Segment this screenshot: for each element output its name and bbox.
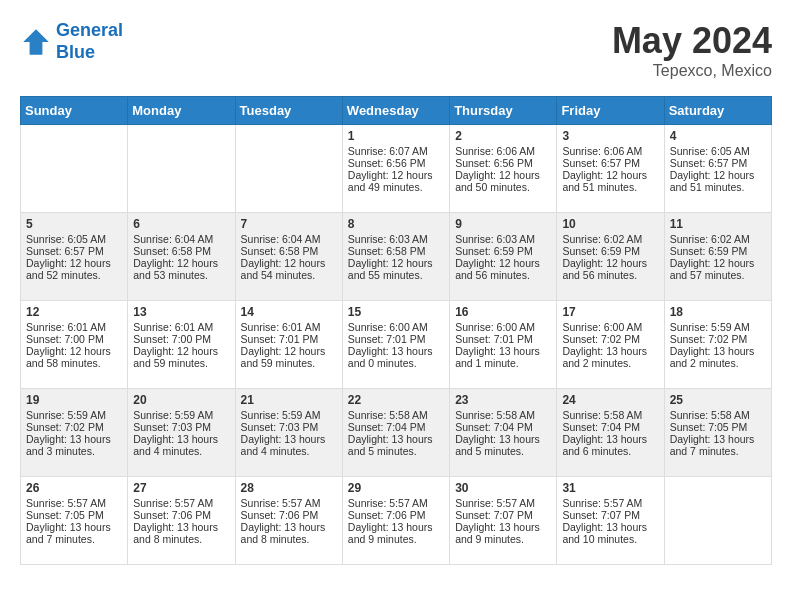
cell-text-line: Daylight: 13 hours <box>348 521 444 533</box>
cell-text-line: Daylight: 13 hours <box>562 521 658 533</box>
day-number: 1 <box>348 129 444 143</box>
cell-text-line: Sunset: 6:57 PM <box>670 157 766 169</box>
cell-text-line: Daylight: 12 hours <box>133 257 229 269</box>
day-number: 18 <box>670 305 766 319</box>
cell-text-line: Sunrise: 5:57 AM <box>562 497 658 509</box>
cell-text-line: Sunset: 6:58 PM <box>133 245 229 257</box>
day-number: 14 <box>241 305 337 319</box>
cell-text-line: Daylight: 13 hours <box>562 345 658 357</box>
cell-text-line: Sunrise: 5:59 AM <box>670 321 766 333</box>
cell-text-line: Sunset: 7:02 PM <box>670 333 766 345</box>
cell-text-line: Sunset: 7:04 PM <box>562 421 658 433</box>
cell-text-line: and 4 minutes. <box>241 445 337 457</box>
cell-text-line: Sunrise: 6:01 AM <box>241 321 337 333</box>
cell-text-line: Sunset: 7:07 PM <box>455 509 551 521</box>
cell-text-line: Daylight: 13 hours <box>455 345 551 357</box>
cell-text-line: Daylight: 12 hours <box>562 257 658 269</box>
day-number: 5 <box>26 217 122 231</box>
cell-text-line: and 51 minutes. <box>562 181 658 193</box>
day-number: 15 <box>348 305 444 319</box>
cell-text-line: and 7 minutes. <box>670 445 766 457</box>
cell-text-line: and 2 minutes. <box>670 357 766 369</box>
cell-text-line: Sunset: 6:57 PM <box>562 157 658 169</box>
calendar-cell <box>235 125 342 213</box>
cell-text-line: and 54 minutes. <box>241 269 337 281</box>
day-of-week-header: Wednesday <box>342 97 449 125</box>
calendar-cell: 6Sunrise: 6:04 AMSunset: 6:58 PMDaylight… <box>128 213 235 301</box>
cell-text-line: and 6 minutes. <box>562 445 658 457</box>
cell-text-line: Daylight: 13 hours <box>133 433 229 445</box>
cell-text-line: and 3 minutes. <box>26 445 122 457</box>
cell-text-line: Sunset: 7:05 PM <box>670 421 766 433</box>
calendar-cell: 31Sunrise: 5:57 AMSunset: 7:07 PMDayligh… <box>557 477 664 565</box>
cell-text-line: Sunrise: 5:57 AM <box>455 497 551 509</box>
cell-text-line: Sunrise: 6:05 AM <box>670 145 766 157</box>
cell-text-line: Sunrise: 5:57 AM <box>133 497 229 509</box>
cell-text-line: Sunrise: 5:58 AM <box>348 409 444 421</box>
cell-text-line: Daylight: 13 hours <box>241 433 337 445</box>
cell-text-line: Sunrise: 6:03 AM <box>455 233 551 245</box>
day-number: 9 <box>455 217 551 231</box>
location-subtitle: Tepexco, Mexico <box>612 62 772 80</box>
day-number: 10 <box>562 217 658 231</box>
cell-text-line: Sunset: 7:00 PM <box>26 333 122 345</box>
calendar-cell: 5Sunrise: 6:05 AMSunset: 6:57 PMDaylight… <box>21 213 128 301</box>
calendar-cell: 17Sunrise: 6:00 AMSunset: 7:02 PMDayligh… <box>557 301 664 389</box>
calendar-week-row: 19Sunrise: 5:59 AMSunset: 7:02 PMDayligh… <box>21 389 772 477</box>
day-number: 12 <box>26 305 122 319</box>
cell-text-line: Sunset: 7:02 PM <box>26 421 122 433</box>
cell-text-line: Sunset: 7:01 PM <box>241 333 337 345</box>
calendar-cell: 11Sunrise: 6:02 AMSunset: 6:59 PMDayligh… <box>664 213 771 301</box>
day-number: 16 <box>455 305 551 319</box>
cell-text-line: and 52 minutes. <box>26 269 122 281</box>
day-of-week-header: Thursday <box>450 97 557 125</box>
cell-text-line: Sunset: 7:06 PM <box>348 509 444 521</box>
cell-text-line: Sunrise: 6:00 AM <box>455 321 551 333</box>
calendar-cell: 9Sunrise: 6:03 AMSunset: 6:59 PMDaylight… <box>450 213 557 301</box>
cell-text-line: Sunset: 6:58 PM <box>241 245 337 257</box>
cell-text-line: Sunrise: 6:05 AM <box>26 233 122 245</box>
cell-text-line: Sunrise: 5:58 AM <box>670 409 766 421</box>
logo-icon <box>20 26 52 58</box>
calendar-cell <box>21 125 128 213</box>
calendar-cell: 25Sunrise: 5:58 AMSunset: 7:05 PMDayligh… <box>664 389 771 477</box>
cell-text-line: Sunrise: 5:57 AM <box>348 497 444 509</box>
cell-text-line: Daylight: 13 hours <box>26 433 122 445</box>
cell-text-line: Sunset: 6:59 PM <box>455 245 551 257</box>
calendar-week-row: 12Sunrise: 6:01 AMSunset: 7:00 PMDayligh… <box>21 301 772 389</box>
cell-text-line: Sunset: 7:04 PM <box>455 421 551 433</box>
cell-text-line: Sunrise: 5:59 AM <box>133 409 229 421</box>
calendar-cell: 27Sunrise: 5:57 AMSunset: 7:06 PMDayligh… <box>128 477 235 565</box>
cell-text-line: Sunrise: 6:01 AM <box>133 321 229 333</box>
cell-text-line: and 50 minutes. <box>455 181 551 193</box>
cell-text-line: Sunrise: 5:58 AM <box>455 409 551 421</box>
cell-text-line: and 5 minutes. <box>348 445 444 457</box>
cell-text-line: Sunset: 7:03 PM <box>133 421 229 433</box>
title-area: May 2024 Tepexco, Mexico <box>612 20 772 80</box>
calendar-cell: 15Sunrise: 6:00 AMSunset: 7:01 PMDayligh… <box>342 301 449 389</box>
day-number: 28 <box>241 481 337 495</box>
day-number: 22 <box>348 393 444 407</box>
cell-text-line: Sunset: 6:56 PM <box>455 157 551 169</box>
cell-text-line: and 9 minutes. <box>348 533 444 545</box>
calendar-cell: 10Sunrise: 6:02 AMSunset: 6:59 PMDayligh… <box>557 213 664 301</box>
day-number: 20 <box>133 393 229 407</box>
cell-text-line: Daylight: 13 hours <box>26 521 122 533</box>
calendar-cell: 12Sunrise: 6:01 AMSunset: 7:00 PMDayligh… <box>21 301 128 389</box>
calendar-cell: 20Sunrise: 5:59 AMSunset: 7:03 PMDayligh… <box>128 389 235 477</box>
cell-text-line: Sunset: 6:56 PM <box>348 157 444 169</box>
calendar-cell: 8Sunrise: 6:03 AMSunset: 6:58 PMDaylight… <box>342 213 449 301</box>
cell-text-line: and 2 minutes. <box>562 357 658 369</box>
day-number: 19 <box>26 393 122 407</box>
calendar-cell: 16Sunrise: 6:00 AMSunset: 7:01 PMDayligh… <box>450 301 557 389</box>
month-title: May 2024 <box>612 20 772 62</box>
cell-text-line: Daylight: 12 hours <box>455 169 551 181</box>
calendar-cell: 22Sunrise: 5:58 AMSunset: 7:04 PMDayligh… <box>342 389 449 477</box>
calendar-cell: 2Sunrise: 6:06 AMSunset: 6:56 PMDaylight… <box>450 125 557 213</box>
cell-text-line: Daylight: 13 hours <box>133 521 229 533</box>
cell-text-line: Daylight: 13 hours <box>241 521 337 533</box>
calendar-cell: 3Sunrise: 6:06 AMSunset: 6:57 PMDaylight… <box>557 125 664 213</box>
calendar-week-row: 26Sunrise: 5:57 AMSunset: 7:05 PMDayligh… <box>21 477 772 565</box>
cell-text-line: Sunrise: 6:02 AM <box>562 233 658 245</box>
cell-text-line: Sunset: 7:03 PM <box>241 421 337 433</box>
